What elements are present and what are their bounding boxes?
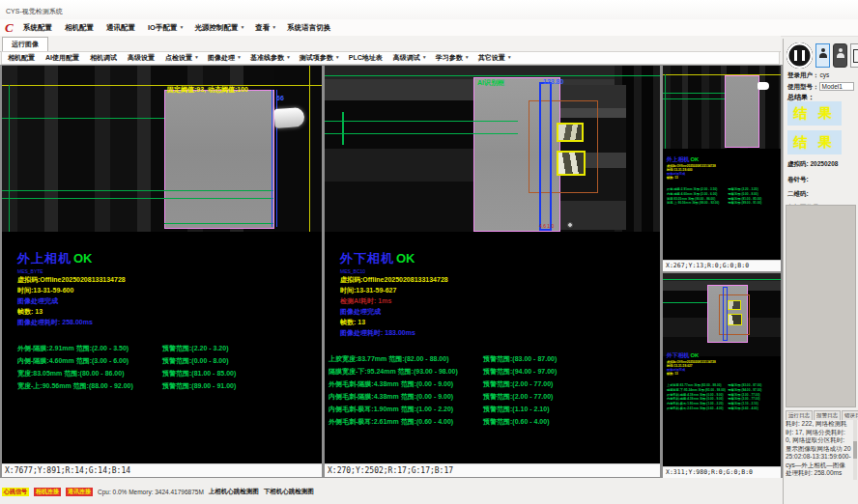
log-text[interactable]: 耗时: 222, 网络检测耗时: 17, 网络分类耗时: 0, 网络提取分区耗时… (786, 420, 851, 480)
edge-marker-rect (539, 82, 552, 231)
time-line: 时间:13-31-59-600 (17, 285, 320, 295)
menu-item[interactable]: 光源控制配置▼ (194, 23, 244, 33)
tab-detect-box (728, 300, 741, 310)
menu-items: 系统配置 相机配置 通讯配置 IO手配置▼ 光源控制配置▼ 查看▼ 系统语言切换 (23, 19, 332, 36)
measurement-list: 上胶宽度:83.77mm 范围:(82.00 - 88.00)预警范围:(83.… (329, 348, 658, 423)
camera-view-small-top[interactable]: 外上相机OK 虚拟码:Offline20250208133134728 时间:1… (663, 66, 781, 271)
menu-item[interactable]: 通讯配置 (106, 23, 137, 33)
toolbar-item-label: 高级设置 (128, 54, 155, 61)
toolbar-item[interactable]: 相机配置 (8, 53, 37, 63)
operator-button[interactable] (833, 43, 847, 68)
menu-item[interactable]: 查看▼ (255, 23, 276, 33)
log-tab[interactable]: 错误日志 (842, 410, 858, 420)
login-user-row: 登录用户：cys (787, 71, 829, 80)
pause-icon (794, 50, 805, 61)
camera-view-left[interactable]: 固定阈值:93, 动态阈值:100 66 外上相机OK MES_BYTE 虚拟码… (2, 66, 322, 477)
process-done-line: 图像处理完成 (17, 295, 320, 306)
toolbar-item[interactable]: 高级设置 (128, 53, 157, 63)
measure-line (164, 223, 273, 224)
tab-detect-box (557, 123, 584, 142)
toolbar-item[interactable]: PLC地址表 (349, 53, 385, 63)
sidebar-buttons (786, 42, 858, 69)
sidebar: 登录用户：cys 使用型号：Model1 总结果： 结 果 结 果 虚拟码: 2… (783, 39, 858, 504)
pause-button[interactable] (786, 42, 813, 69)
right-pixel-coords: X:270;Y:2502;R:17;G:17;B:17 (325, 463, 660, 477)
toolbar-item-label: 测试项参数 (300, 54, 333, 61)
result-ok-badge: OK (396, 251, 415, 266)
toolbar-item[interactable]: 高级调试▼ (393, 53, 427, 63)
camera-name: 外上相机 (667, 156, 689, 162)
exit-button[interactable] (850, 43, 858, 68)
toolbar-item[interactable]: 其它设置▼ (478, 53, 512, 63)
process-done-line: 图像处理完成 (340, 306, 658, 317)
needle-number-label: 卷针号: (787, 176, 809, 184)
window-title: CYS-视觉检测系统 (6, 7, 63, 16)
baseline-horizontal-line (663, 74, 781, 75)
toolbar-item[interactable]: 基准线参数▼ (250, 53, 291, 63)
left-camera-image[interactable]: 固定阈值:93, 动态阈值:100 66 (2, 66, 322, 232)
small-top-image[interactable] (663, 66, 781, 149)
bottom-camera-heartbeat-link[interactable]: 下相机心跳检测图 (264, 488, 314, 496)
dropdown-arrow-icon: ▼ (194, 54, 199, 60)
titlebar[interactable]: CYS-视觉检测系统 (0, 0, 858, 19)
exit-door-icon (853, 49, 858, 63)
toolbar-item[interactable]: 图像处理▼ (208, 53, 242, 63)
camera-photo-shadow (274, 66, 322, 232)
right-camera-image[interactable]: AI识别框 123.80 4.6 1.0 (325, 66, 660, 232)
person-icon (819, 48, 827, 56)
measure-line (663, 98, 725, 99)
warning-range: 预警范围:(89.00 - 91.00) (162, 381, 236, 391)
model-value[interactable]: Model1 (819, 82, 854, 91)
dropdown-arrow-icon: ▼ (422, 54, 427, 60)
small-bottom-image[interactable] (663, 273, 781, 356)
menu-item[interactable]: 相机配置 (65, 23, 96, 33)
toolbar-item[interactable]: 相机调试 (90, 53, 119, 63)
app-logo-icon: C (5, 20, 14, 36)
measurement-row: 宽度-上:90.56mm 范围:(88.00 - 92.00)预警范围:(89.… (17, 375, 320, 387)
measure-line-vertical (9, 85, 10, 232)
toolbar-item[interactable]: 测试项参数▼ (300, 53, 340, 63)
dropdown-arrow-icon: ▼ (507, 54, 512, 60)
toolbar-item[interactable]: 点检设置▼ (165, 53, 199, 63)
virtual-code-line: 虚拟码:Offline20250208133134728 (340, 274, 658, 285)
menu-item[interactable]: 系统配置 (23, 23, 54, 33)
login-user-value: cys (820, 71, 830, 78)
threshold-overlay-text: 固定阈值:93, 动态阈值:100 (167, 85, 248, 95)
toolbar-item[interactable]: AI使用配置 (45, 53, 81, 63)
menu-item[interactable]: 系统语言切换 (287, 23, 332, 33)
login-user-button[interactable] (815, 43, 830, 68)
app-window: CYS-视觉检测系统 C 系统配置 相机配置 通讯配置 IO手配置▼ 光源控制配… (0, 0, 858, 504)
model-label: 使用型号： (787, 83, 819, 90)
toolbar-item-label: 相机配置 (8, 54, 35, 61)
ai-elapsed-line: 检测AI耗时: 1ms (340, 295, 658, 306)
dropdown-arrow-icon: ▼ (240, 24, 244, 30)
camera-name: 外下相机 (667, 352, 689, 358)
top-camera-heartbeat-link[interactable]: 上相机心跳检测图 (209, 488, 259, 496)
log-scrollbar[interactable] (853, 420, 857, 480)
small-top-pixel-coords: X:267;Y:13;R:0;G:0;B:0 (663, 260, 781, 271)
measurement-list: 外侧-隔膜:2.91mm 范围:(2.00 - 3.50)预警范围:(2.20 … (17, 337, 320, 387)
toolbar-item-label: 图像处理 (208, 54, 235, 61)
measure-line (325, 121, 518, 122)
separator-roi-rect (725, 75, 759, 148)
camera-view-right[interactable]: AI识别框 123.80 4.6 1.0 外下相机OK MES_BC10 虚拟码… (325, 66, 660, 477)
baseline-horizontal-line (663, 279, 781, 280)
toolbar: 相机配置 AI使用配置 相机调试 高级设置 点检设置▼ 图像处理▼ 基准线参数▼… (1, 51, 780, 65)
warning-range: 预警范围:(0.60 - 4.00) (729, 406, 758, 411)
tab-bar: 运行图像 (0, 36, 781, 52)
log-tab[interactable]: 运行日志 (786, 410, 813, 420)
menu-item[interactable]: IO手配置▼ (148, 23, 184, 33)
camera-name: 外上相机 (17, 251, 72, 266)
toolbar-item[interactable]: 学习参数▼ (436, 53, 470, 63)
measurement-value: 外侧毛刺-极耳:2.61mm 范围:(0.60 - 4.00) (667, 406, 729, 411)
camera-view-small-bottom[interactable]: 外下相机OK 虚拟码:Offline20250208133134728 时间:1… (663, 273, 781, 478)
toolbar-item-label: AI使用配置 (45, 54, 79, 61)
scrollbar-thumb[interactable] (853, 441, 857, 459)
dropdown-arrow-icon: ▼ (272, 24, 276, 30)
tab-run-image[interactable]: 运行图像 (2, 37, 48, 52)
measurement-list: 上胶宽度:83.77mm 范围:(82.00 - 88.00)预警范围:(83.… (667, 379, 781, 407)
frame-count-line: 帧数: 13 (17, 306, 320, 317)
menu-item-label: 通讯配置 (106, 23, 135, 32)
measurement-row: 外侧毛刺-隔膜:4.38mm 范围:(0.00 - 9.00)预警范围:(2.0… (329, 373, 658, 385)
log-tab[interactable]: 报警日志 (814, 410, 841, 420)
